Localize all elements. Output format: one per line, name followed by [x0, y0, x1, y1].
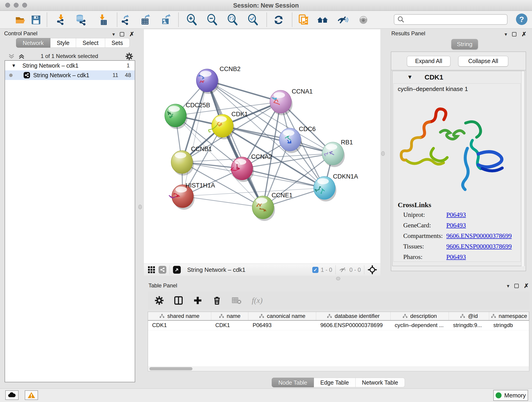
- collapse-all-button[interactable]: Collapse All: [458, 56, 508, 66]
- network-collection-row[interactable]: ▼ String Network – cdk1 1: [5, 61, 135, 70]
- crosslink-link[interactable]: P06493: [446, 211, 466, 218]
- node-CCNA1[interactable]: [270, 90, 293, 115]
- left-splitter-handle[interactable]: [138, 205, 142, 209]
- show-columns-icon[interactable]: [174, 296, 183, 305]
- memory-button[interactable]: Memory: [493, 390, 528, 401]
- zoom-out-icon[interactable]: [206, 14, 218, 26]
- import-table-icon[interactable]: [96, 14, 108, 26]
- column-header-description[interactable]: description: [391, 312, 449, 320]
- panel-float-icon[interactable]: [514, 284, 519, 288]
- home-houses-icon[interactable]: [317, 14, 329, 26]
- expand-all-button[interactable]: Expand All: [407, 56, 450, 66]
- column-header-@id[interactable]: @id: [449, 312, 489, 320]
- network-share-view-icon[interactable]: [158, 266, 166, 274]
- panel-menu-icon[interactable]: ▾: [112, 32, 115, 37]
- crosslink-link[interactable]: P06493: [446, 222, 466, 229]
- export-image-icon[interactable]: [160, 14, 172, 26]
- export-network-icon[interactable]: [120, 14, 132, 26]
- table-cell[interactable]: 9606.ENSP00000378699: [316, 321, 391, 330]
- import-network-from-database-icon[interactable]: [75, 14, 87, 26]
- node-CCNA2[interactable]: [231, 157, 254, 182]
- tab-network[interactable]: Network: [16, 38, 51, 48]
- node-CCNB2[interactable]: [196, 69, 219, 94]
- add-column-icon[interactable]: [193, 296, 202, 305]
- panel-menu-icon[interactable]: ▾: [505, 32, 507, 37]
- string-results-box: Expand All Collapse All ▼ CDK1 cyclin–de…: [391, 51, 526, 271]
- selected-count: 1 - 0: [321, 267, 332, 273]
- hide-unhide-icon[interactable]: [337, 14, 349, 26]
- warnings-button[interactable]: [25, 390, 38, 400]
- column-header-namespace[interactable]: namespace: [489, 312, 529, 320]
- network-row-selected[interactable]: String Network – cdk1 11 48: [5, 70, 135, 80]
- crosslink-link[interactable]: 9606.ENSP00000378699: [446, 243, 512, 250]
- table-options-gear-icon[interactable]: [155, 296, 164, 305]
- panel-menu-icon[interactable]: ▾: [507, 283, 509, 289]
- right-splitter-handle[interactable]: [381, 151, 385, 156]
- refresh-icon[interactable]: [273, 14, 285, 26]
- column-header-canonical-name[interactable]: canonical name: [248, 312, 316, 320]
- eye-icon[interactable]: [357, 14, 369, 26]
- zoom-in-icon[interactable]: [186, 14, 198, 26]
- network-edge-CCNB2-CCNE1[interactable]: [207, 80, 263, 207]
- node-CDKN1A[interactable]: [314, 177, 336, 201]
- tab-style[interactable]: Style: [51, 38, 76, 48]
- table-cell[interactable]: stringdb:9...: [449, 321, 489, 330]
- help-button[interactable]: ?: [516, 13, 527, 25]
- clone-network-icon[interactable]: [298, 14, 310, 26]
- column-header-database-identifier[interactable]: database identifier: [316, 312, 391, 320]
- function-builder-icon[interactable]: f(x): [252, 296, 263, 305]
- panel-float-icon[interactable]: [120, 32, 124, 36]
- scrollbar-thumb[interactable]: [149, 367, 192, 370]
- node-CDC25B[interactable]: [165, 104, 187, 129]
- column-header-name[interactable]: name: [211, 312, 249, 320]
- selected-checkbox-icon[interactable]: ✓: [312, 267, 318, 273]
- results-tab-string[interactable]: String: [451, 39, 478, 49]
- collapse-gene-icon[interactable]: ▼: [407, 74, 413, 80]
- tree-expand-icon[interactable]: ▼: [12, 63, 16, 68]
- panel-close-icon[interactable]: ✗: [129, 31, 134, 38]
- network-edge-HIST1H1A-CCNE1[interactable]: [183, 196, 263, 207]
- table-cell[interactable]: CDK1: [211, 321, 249, 330]
- panel-close-icon[interactable]: ✗: [521, 31, 526, 38]
- open-session-icon[interactable]: [15, 14, 27, 26]
- import-network-icon[interactable]: [55, 14, 67, 26]
- birds-eye-view-icon[interactable]: [173, 266, 181, 274]
- node-RB1[interactable]: [322, 142, 345, 167]
- center-view-crosshair-icon[interactable]: [367, 265, 377, 274]
- tab-node-table[interactable]: Node Table: [272, 378, 314, 387]
- tab-sets[interactable]: Sets: [105, 38, 130, 48]
- table-cell[interactable]: cyclin–dependent ...: [391, 321, 449, 330]
- grid-view-icon[interactable]: [147, 266, 155, 274]
- network-graph[interactable]: CCNB2CCNA1CDC25BCDK1CDC6RB1CCNB1CCNA2CDK…: [144, 29, 380, 264]
- export-table-icon[interactable]: [140, 14, 152, 26]
- tab-network-table[interactable]: Network Table: [355, 378, 405, 387]
- crosslink-link[interactable]: 9606.ENSP00000378699: [446, 232, 512, 240]
- table-cell[interactable]: P06493: [248, 321, 316, 330]
- panel-float-icon[interactable]: [512, 32, 516, 36]
- table-horizontal-scrollbar[interactable]: [148, 366, 529, 371]
- column-header-shared-name[interactable]: shared name: [148, 312, 211, 320]
- crosslink-link[interactable]: P06493: [446, 253, 466, 261]
- network-canvas[interactable]: CCNB2CCNA1CDC25BCDK1CDC6RB1CCNB1CCNA2CDK…: [144, 29, 380, 264]
- panel-close-icon[interactable]: ✗: [524, 282, 529, 289]
- tab-edge-table[interactable]: Edge Table: [314, 378, 355, 387]
- zoom-fit-icon[interactable]: [227, 14, 239, 26]
- delete-column-icon[interactable]: [212, 296, 222, 305]
- network-edge-CDK1-RB1[interactable]: [222, 126, 333, 153]
- cloud-button[interactable]: [5, 390, 19, 400]
- results-scrollbar[interactable]: [521, 71, 525, 266]
- node-CCNE1[interactable]: [252, 196, 275, 221]
- hidden-elements-icon[interactable]: [339, 266, 347, 273]
- search-input[interactable]: [406, 16, 507, 23]
- network-options-gear-icon[interactable]: [125, 52, 133, 60]
- zoom-selected-icon[interactable]: [247, 14, 259, 26]
- tab-select[interactable]: Select: [76, 38, 105, 48]
- toolbar-separator: [178, 13, 179, 27]
- network-edge-CCNA2-CDKN1A[interactable]: [242, 168, 324, 188]
- save-session-icon[interactable]: [30, 14, 42, 26]
- table-cell[interactable]: CDK1: [148, 321, 211, 330]
- table-cell[interactable]: stringdb: [489, 321, 529, 330]
- bottom-splitter-handle[interactable]: [336, 277, 340, 280]
- delete-table-icon[interactable]: [232, 296, 242, 305]
- table-row[interactable]: CDK1CDK1P064939606.ENSP00000378699cyclin…: [148, 321, 529, 330]
